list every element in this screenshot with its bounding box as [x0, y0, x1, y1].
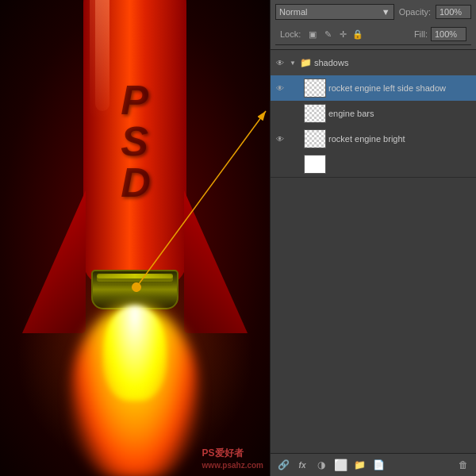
layer-row-3[interactable]	[271, 152, 476, 177]
fill-input[interactable]: 100%	[431, 27, 466, 41]
panel-bottom-toolbar: 🔗 fx ◑ ⬜ 📁 📄 🗑	[271, 453, 476, 476]
opacity-label: Opacity:	[399, 7, 431, 17]
blend-mode-value: Normal	[279, 7, 307, 17]
rocket-flame-inner	[103, 305, 167, 401]
mask-icon[interactable]: ⬜	[332, 457, 348, 473]
layer-1-name: engine bars	[328, 109, 473, 118]
new-group-icon[interactable]: 📁	[351, 457, 367, 473]
rocket-psd-text: PSD	[121, 79, 149, 203]
adjustment-icon[interactable]: ◑	[313, 457, 329, 473]
layers-list: 👁 ▼ 📁 shadows 👁 rocket engine left side …	[271, 50, 476, 453]
group-expand-icon[interactable]: ▼	[289, 56, 297, 69]
link-icon[interactable]: 🔗	[275, 457, 291, 473]
blend-mode-chevron: ▼	[382, 7, 390, 17]
lock-row: Lock: ▣ ✎ ✛ 🔒 Fill: 100%	[275, 24, 471, 45]
watermark-url: www.psahz.com	[202, 461, 263, 470]
layer-row-0[interactable]: 👁 rocket engine left side shadow	[271, 75, 476, 101]
fill-section: Fill: 100%	[414, 27, 466, 41]
rocket-fin-right	[184, 190, 248, 333]
fill-value-text: 100%	[435, 29, 457, 39]
layer-0-visibility-icon[interactable]: 👁	[274, 82, 286, 94]
layer-0-name: rocket engine left side shadow	[328, 83, 473, 93]
delete-layer-icon[interactable]: 🗑	[455, 457, 471, 473]
layer-1-visibility-icon[interactable]	[274, 107, 286, 120]
lock-pixels-icon[interactable]: ▣	[307, 29, 318, 40]
group-visibility-icon[interactable]: 👁	[274, 56, 286, 69]
lock-move-icon[interactable]: ✛	[337, 29, 348, 40]
layer-3-visibility-icon[interactable]	[274, 158, 286, 171]
fill-label: Fill:	[414, 29, 428, 39]
group-header-shadows[interactable]: 👁 ▼ 📁 shadows	[271, 50, 476, 75]
layer-group-shadows: 👁 ▼ 📁 shadows 👁 rocket engine left side …	[271, 50, 476, 178]
blend-mode-select[interactable]: Normal ▼	[275, 4, 394, 20]
layer-3-thumbnail	[304, 155, 326, 174]
watermark-text: PS爱好者	[202, 447, 244, 459]
fx-icon[interactable]: fx	[294, 457, 310, 473]
engine-nozzle	[91, 270, 178, 309]
layers-panel: Normal ▼ Opacity: 100% Lock: ▣ ✎ ✛ 🔒 Fil…	[270, 0, 476, 476]
group-label: shadows	[314, 58, 473, 67]
layer-2-name: rocket engine bright	[328, 134, 473, 144]
opacity-value-text: 100%	[440, 7, 462, 17]
opacity-input[interactable]: 100%	[436, 5, 471, 19]
blend-mode-row: Normal ▼ Opacity: 100%	[275, 4, 471, 20]
layer-0-thumbnail	[304, 79, 326, 98]
rocket-panel: PSD PS爱	[0, 0, 270, 476]
lock-label: Lock:	[280, 29, 301, 39]
lock-all-icon[interactable]: 🔒	[352, 29, 363, 40]
panel-top-bar: Normal ▼ Opacity: 100% Lock: ▣ ✎ ✛ 🔒 Fil…	[271, 0, 476, 50]
layer-2-thumbnail	[304, 129, 326, 148]
rocket-fin-left	[22, 190, 86, 333]
layer-1-thumbnail	[304, 104, 326, 123]
group-folder-icon: 📁	[299, 56, 312, 69]
lock-position-icon[interactable]: ✎	[322, 29, 333, 40]
layer-row-2[interactable]: 👁 rocket engine bright	[271, 126, 476, 152]
layer-2-visibility-icon[interactable]: 👁	[274, 132, 286, 145]
new-layer-icon[interactable]: 📄	[370, 457, 386, 473]
lock-icons-group: ▣ ✎ ✛ 🔒	[307, 29, 363, 40]
main-container: PSD PS爱	[0, 0, 476, 476]
layer-row-1[interactable]: engine bars	[271, 101, 476, 126]
watermark: PS爱好者 www.psahz.com	[202, 447, 263, 470]
